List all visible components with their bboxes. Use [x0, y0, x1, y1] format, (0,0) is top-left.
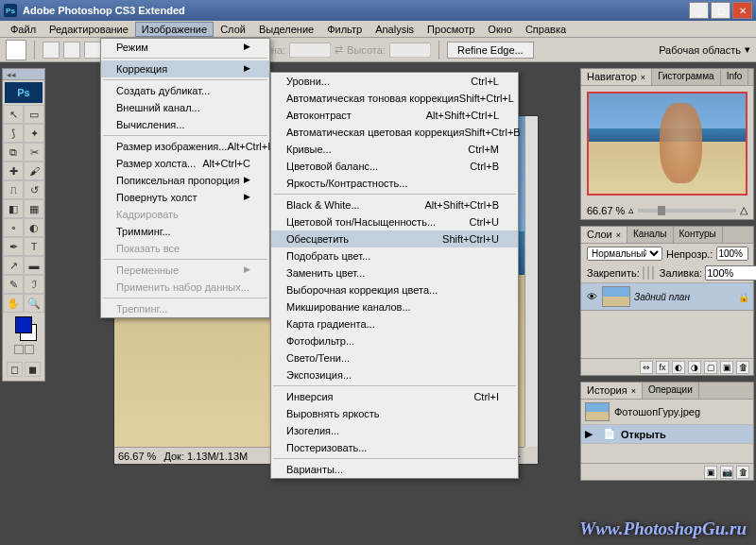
- menu-item[interactable]: Цветовой тон/Насыщенность...Ctrl+U: [271, 213, 518, 230]
- mask-icon[interactable]: ◐: [672, 361, 685, 374]
- standard-mode-icon[interactable]: ◻: [7, 362, 23, 377]
- adjustment-icon[interactable]: ◑: [688, 361, 701, 374]
- path-tool[interactable]: ↗: [3, 256, 24, 275]
- new-layer-icon[interactable]: ▣: [720, 361, 733, 374]
- shape-tool[interactable]: ▬: [24, 256, 44, 275]
- menu-item[interactable]: АвтоконтрастAlt+Shift+Ctrl+L: [271, 107, 518, 124]
- menu-help[interactable]: Справка: [519, 22, 573, 37]
- folder-icon[interactable]: ▢: [704, 361, 717, 374]
- marquee-subtract-icon[interactable]: [84, 42, 101, 59]
- menu-item[interactable]: Выборочная коррекция цвета...: [271, 281, 518, 298]
- tab-actions[interactable]: Операции: [643, 383, 699, 399]
- menu-item[interactable]: Яркость/Контрастность...: [271, 175, 518, 192]
- new-doc-from-state-icon[interactable]: ▣: [704, 466, 717, 479]
- tab-navigator[interactable]: Навигатор×: [581, 69, 652, 85]
- history-step[interactable]: ▶ 📄 Открыть: [581, 425, 753, 444]
- zoom-slider[interactable]: [638, 209, 736, 213]
- menu-item[interactable]: Режим▶: [101, 39, 269, 56]
- swap-colors-icon[interactable]: [25, 345, 34, 354]
- menu-item[interactable]: Размер изображения...Alt+Ctrl+I: [101, 138, 269, 155]
- tab-layers[interactable]: Слои×: [581, 227, 627, 243]
- lasso-tool[interactable]: ⟆: [3, 124, 24, 143]
- crop-tool[interactable]: ⧉: [3, 143, 24, 162]
- marquee-rect-icon[interactable]: [43, 42, 60, 59]
- menu-item[interactable]: Цветовой баланс...Ctrl+B: [271, 158, 518, 175]
- menu-edit[interactable]: Редактирование: [43, 22, 135, 37]
- layer-name[interactable]: Задний план: [634, 292, 734, 302]
- blur-tool[interactable]: ∘: [3, 218, 24, 237]
- heal-tool[interactable]: ✚: [3, 162, 24, 180]
- navigator-thumb[interactable]: [587, 92, 747, 196]
- menu-item[interactable]: Автоматическая цветовая коррекцияShift+C…: [271, 124, 518, 141]
- menu-file[interactable]: Файл: [4, 22, 43, 37]
- menu-image[interactable]: Изображение: [135, 22, 214, 37]
- zoom-value[interactable]: 66.67 %: [118, 451, 156, 462]
- menu-item[interactable]: Вычисления...: [101, 116, 269, 133]
- marquee-add-icon[interactable]: [63, 42, 80, 59]
- tab-history[interactable]: История×: [581, 383, 643, 399]
- menu-item[interactable]: Подобрать цвет...: [271, 247, 518, 264]
- menu-item[interactable]: Создать дубликат...: [101, 82, 269, 99]
- menu-item[interactable]: Внешний канал...: [101, 99, 269, 116]
- pen-tool[interactable]: ✒: [3, 237, 24, 256]
- lock-pixels-icon[interactable]: [643, 266, 644, 280]
- menu-item[interactable]: ИнверсияCtrl+I: [271, 388, 518, 405]
- brush-tool[interactable]: 🖌: [24, 162, 44, 180]
- menu-filter[interactable]: Фильтр: [320, 22, 369, 37]
- menu-item[interactable]: Выровнять яркость: [271, 405, 518, 422]
- slice-tool[interactable]: ✂: [24, 143, 44, 162]
- menu-item[interactable]: Тримминг...: [101, 223, 269, 240]
- gradient-tool[interactable]: ▦: [24, 199, 44, 218]
- visibility-icon[interactable]: 👁: [585, 290, 598, 303]
- menu-item[interactable]: Автоматическая тоновая коррекцияShift+Ct…: [271, 90, 518, 107]
- menu-item[interactable]: Заменить цвет...: [271, 264, 518, 281]
- menu-item[interactable]: Экспозиция...: [271, 366, 518, 383]
- marquee-tool[interactable]: ▭: [24, 105, 44, 124]
- lock-position-icon[interactable]: [647, 266, 649, 280]
- type-tool[interactable]: T: [24, 237, 44, 256]
- fill-input[interactable]: [705, 265, 756, 281]
- menu-window[interactable]: Окно: [481, 22, 519, 37]
- menu-item[interactable]: Карта градиента...: [271, 315, 518, 332]
- default-colors-icon[interactable]: [14, 345, 24, 354]
- maximize-button[interactable]: ◻: [711, 2, 730, 19]
- menu-item[interactable]: Варианты...: [271, 461, 518, 478]
- history-brush-tool[interactable]: ↺: [24, 180, 44, 199]
- quickmask-mode-icon[interactable]: ◼: [25, 362, 41, 377]
- menu-item[interactable]: Свето/Тени...: [271, 349, 518, 366]
- menu-item[interactable]: ОбесцветитьShift+Ctrl+U: [271, 230, 518, 247]
- tool-preset-icon[interactable]: [6, 40, 26, 60]
- fx-icon[interactable]: fx: [656, 361, 669, 374]
- menu-item[interactable]: Black & White...Alt+Shift+Ctrl+B: [271, 196, 518, 213]
- link-icon[interactable]: ⇔: [640, 361, 653, 374]
- menu-item[interactable]: Размер холста...Alt+Ctrl+C: [101, 155, 269, 172]
- zoom-tool[interactable]: 🔍: [24, 294, 44, 313]
- move-tool[interactable]: ↖: [3, 105, 24, 124]
- menu-select[interactable]: Выделение: [252, 22, 320, 37]
- foreground-swatch[interactable]: [15, 316, 32, 333]
- tab-channels[interactable]: Каналы: [627, 227, 674, 243]
- dodge-tool[interactable]: ◐: [24, 218, 44, 237]
- zoom-in-icon[interactable]: △: [740, 204, 747, 216]
- notes-tool[interactable]: ✎: [3, 275, 24, 294]
- close-button[interactable]: ✕: [732, 2, 752, 19]
- tab-paths[interactable]: Контуры: [674, 227, 723, 243]
- nav-zoom-value[interactable]: 66.67 %: [587, 205, 625, 216]
- menu-item[interactable]: Коррекция▶: [101, 60, 269, 77]
- stamp-tool[interactable]: ⎍: [3, 180, 24, 199]
- menu-view[interactable]: Просмотр: [421, 22, 481, 37]
- lock-all-icon[interactable]: [652, 266, 654, 280]
- opacity-input[interactable]: [716, 247, 748, 261]
- menu-analysis[interactable]: Analysis: [369, 22, 421, 37]
- menu-item[interactable]: Микширование каналов...: [271, 298, 518, 315]
- menu-item[interactable]: Уровни...Ctrl+L: [271, 73, 518, 90]
- menu-item[interactable]: Фотофильтр...: [271, 332, 518, 349]
- refine-edge-button[interactable]: Refine Edge...: [447, 42, 534, 59]
- vertical-scrollbar[interactable]: [524, 116, 538, 447]
- menu-item[interactable]: Попиксельная пропорция▶: [101, 172, 269, 189]
- history-snapshot[interactable]: ФотошопГуру.jpeg: [581, 400, 753, 425]
- layer-row[interactable]: 👁 Задний план 🔒: [581, 283, 753, 311]
- minimize-button[interactable]: _: [689, 2, 709, 19]
- tab-info[interactable]: Info: [721, 69, 749, 85]
- menu-item[interactable]: Постеризовать...: [271, 439, 518, 456]
